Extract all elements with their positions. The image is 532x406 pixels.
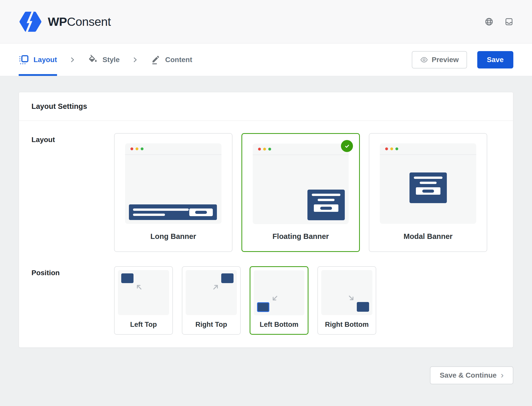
window-dot-red-icon (385, 147, 388, 150)
arrow-up-left-icon (134, 282, 143, 292)
app-header: WPConsent (0, 0, 532, 43)
window-dot-red-icon (258, 148, 261, 150)
browser-body (253, 155, 349, 224)
banner-line (312, 194, 340, 196)
long-banner-shape (129, 204, 217, 220)
layout-option-label: Floating Banner (242, 224, 359, 251)
banner-line (133, 208, 189, 211)
globe-icon[interactable] (485, 17, 493, 26)
arrow-up-right-icon (211, 282, 220, 292)
modal-banner-shape (409, 172, 447, 203)
panel-header: Layout Settings (19, 92, 513, 121)
banner-button-pill (422, 190, 434, 193)
chevron-right-icon (131, 56, 139, 63)
banner-position-rect (357, 302, 369, 312)
topbar-icons (485, 17, 513, 26)
banner-position-rect (257, 302, 269, 312)
window-dot-yellow-icon (390, 147, 393, 150)
position-option-label: Right Top (182, 315, 240, 334)
position-preview (321, 270, 372, 315)
position-option-left-bottom[interactable]: Left Bottom (250, 266, 308, 335)
layout-settings-panel: Layout Settings Layout (19, 92, 513, 348)
arrow-down-left-icon (270, 294, 279, 303)
window-dot-green-icon (141, 147, 143, 150)
banner-line (133, 214, 165, 216)
banner-button-shape (314, 204, 338, 212)
pencil-icon (150, 55, 161, 65)
layout-options: Long Banner (114, 133, 487, 252)
layout-option-label: Modal Banner (369, 224, 487, 251)
floating-banner-preview (253, 144, 349, 224)
long-banner-preview (125, 143, 221, 224)
tab-layout[interactable]: Layout (19, 43, 57, 76)
floating-banner-shape (307, 190, 345, 220)
footer-actions: Save & Continue › (19, 366, 513, 384)
layout-row-label: Layout (31, 133, 114, 144)
tab-layout-label: Layout (34, 56, 57, 64)
browser-body (380, 155, 476, 224)
window-dot-red-icon (130, 147, 133, 150)
position-row-label: Position (31, 266, 114, 277)
browser-chrome (125, 143, 221, 155)
banner-position-rect (121, 273, 134, 283)
browser-body (125, 155, 221, 224)
banner-position-rect (221, 273, 234, 283)
brand-wordmark: WPConsent (48, 15, 111, 29)
banner-text-lines (133, 208, 189, 216)
tab-content[interactable]: Content (150, 43, 192, 76)
banner-button-shape (416, 187, 440, 195)
chevron-right-icon: › (501, 370, 504, 380)
arrow-down-right-icon (347, 294, 356, 303)
chevron-right-icon (69, 56, 76, 63)
position-row: Position Left Top (31, 266, 501, 335)
layout-option-label: Long Banner (115, 224, 232, 251)
position-preview (186, 270, 237, 315)
position-option-label: Right Bottom (318, 315, 376, 334)
panel-body: Layout (19, 121, 513, 347)
banner-button-pill (320, 207, 332, 210)
modal-banner-preview (380, 143, 476, 224)
browser-chrome (380, 143, 476, 155)
position-options: Left Top Right Top (114, 266, 376, 335)
window-dot-green-icon (395, 147, 398, 150)
position-option-label: Left Bottom (250, 315, 308, 334)
tab-style-label: Style (103, 56, 120, 64)
position-option-left-top[interactable]: Left Top (114, 266, 173, 335)
browser-chrome (253, 144, 349, 155)
brand-wordmark-bold: WP (48, 15, 67, 28)
tab-content-label: Content (165, 56, 192, 64)
inbox-icon[interactable] (505, 17, 513, 26)
position-option-label: Left Top (115, 315, 172, 334)
panel-title: Layout Settings (31, 102, 501, 111)
wpconsent-logo-icon (19, 11, 42, 32)
save-button-label: Save (487, 56, 504, 64)
position-option-right-bottom[interactable]: Right Bottom (317, 266, 376, 335)
banner-line (318, 199, 335, 201)
brand-wordmark-light: Consent (67, 15, 111, 28)
layout-step-icon (19, 55, 29, 65)
brand-logo: WPConsent (19, 11, 111, 32)
step-navigation: Layout Style Content (0, 43, 532, 76)
layout-option-long-banner[interactable]: Long Banner (114, 133, 232, 252)
tab-style[interactable]: Style (88, 43, 120, 76)
preview-button-label: Preview (432, 56, 459, 64)
save-continue-label: Save & Continue (440, 371, 496, 379)
paint-bucket-icon (88, 55, 98, 65)
eye-icon (420, 56, 428, 64)
preview-button[interactable]: Preview (412, 51, 467, 68)
layout-row: Layout (31, 133, 501, 252)
window-dot-yellow-icon (136, 147, 138, 150)
save-button[interactable]: Save (477, 51, 513, 68)
layout-option-floating-banner[interactable]: Floating Banner (241, 133, 360, 252)
workflow-steps: Layout Style Content (19, 43, 192, 76)
position-option-right-top[interactable]: Right Top (182, 266, 241, 335)
check-icon (344, 143, 350, 149)
position-preview (118, 270, 169, 315)
nav-actions: Preview Save (412, 51, 513, 68)
page-content: Layout Settings Layout (0, 92, 532, 384)
banner-button-pill (195, 211, 207, 214)
layout-option-modal-banner[interactable]: Modal Banner (369, 133, 487, 252)
banner-button-shape (189, 208, 213, 216)
save-continue-button[interactable]: Save & Continue › (430, 366, 513, 384)
banner-line (414, 177, 442, 179)
